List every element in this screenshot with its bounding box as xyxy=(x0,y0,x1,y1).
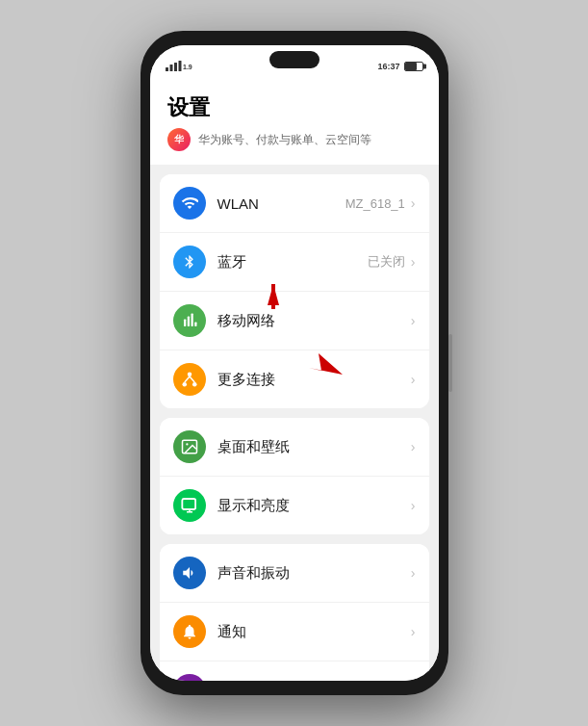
settings-title: 设置 xyxy=(167,93,422,122)
notifications-label: 通知 xyxy=(217,623,405,641)
svg-rect-3 xyxy=(178,61,181,71)
settings-group-connectivity: WLAN MZ_618_1 › 蓝牙 已关闭 › xyxy=(160,174,429,408)
wlan-chevron: › xyxy=(411,195,416,211)
display-label: 显示和亮度 xyxy=(217,497,405,515)
wallpaper-chevron: › xyxy=(411,439,416,454)
status-right-area: 16:37 xyxy=(377,62,422,71)
settings-item-sound[interactable]: 声音和振动 › xyxy=(160,544,429,603)
display-chevron: › xyxy=(411,498,416,513)
settings-group-misc: 声音和振动 › 通知 › xyxy=(160,544,429,681)
notifications-chevron: › xyxy=(411,624,416,639)
status-signal: 1.9 xyxy=(166,60,192,73)
wlan-label: WLAN xyxy=(217,195,345,212)
camera-notch xyxy=(269,51,320,68)
settings-item-mobile-network[interactable]: 移动网络 › xyxy=(160,292,429,350)
svg-line-13 xyxy=(190,376,194,382)
wlan-value: MZ_618_1 xyxy=(345,196,405,211)
phone-screen: 1.9 16:37 设置 华 华为账号、付款与账单、云空间等 xyxy=(150,45,439,681)
bluetooth-chevron: › xyxy=(411,254,416,270)
svg-point-11 xyxy=(192,382,197,387)
svg-rect-7 xyxy=(191,314,192,327)
sound-label: 声音和振动 xyxy=(217,564,405,583)
svg-rect-8 xyxy=(194,323,196,327)
settings-content: 设置 华 华为账号、付款与账单、云空间等 WLAN MZ_618_1 xyxy=(150,82,439,681)
more-connection-icon xyxy=(173,363,206,396)
bluetooth-label: 蓝牙 xyxy=(217,253,368,272)
settings-group-display: 桌面和壁纸 › 显示和亮度 › xyxy=(160,418,429,534)
sound-icon xyxy=(173,557,206,589)
status-bar: 1.9 16:37 xyxy=(150,45,439,82)
display-icon xyxy=(173,489,206,522)
more-connection-chevron: › xyxy=(411,372,416,387)
more-connection-label: 更多连接 xyxy=(217,371,405,389)
settings-item-wlan[interactable]: WLAN MZ_618_1 › xyxy=(160,174,429,233)
svg-rect-5 xyxy=(184,320,186,327)
svg-point-15 xyxy=(186,443,188,445)
svg-line-12 xyxy=(184,376,189,382)
svg-rect-1 xyxy=(169,65,172,71)
svg-rect-16 xyxy=(182,499,195,509)
svg-rect-0 xyxy=(166,67,168,71)
bluetooth-value: 已关闭 xyxy=(368,253,405,271)
svg-text:1.9: 1.9 xyxy=(183,64,192,70)
wlan-icon xyxy=(173,187,206,220)
settings-item-biometrics[interactable]: 生物识别和密码 › xyxy=(160,661,429,681)
settings-item-display[interactable]: 显示和亮度 › xyxy=(160,477,429,534)
svg-point-10 xyxy=(182,382,187,387)
status-time: 16:37 xyxy=(377,62,399,71)
phone-frame: 1.9 16:37 设置 华 华为账号、付款与账单、云空间等 xyxy=(141,31,448,695)
svg-rect-6 xyxy=(187,317,189,327)
settings-header: 设置 华 华为账号、付款与账单、云空间等 xyxy=(150,82,439,165)
wallpaper-icon xyxy=(173,430,206,463)
mobile-network-label: 移动网络 xyxy=(217,312,405,330)
biometrics-icon xyxy=(173,674,206,681)
bluetooth-icon xyxy=(173,246,206,278)
mobile-network-chevron: › xyxy=(411,313,416,328)
settings-item-more-connection[interactable]: 更多连接 › xyxy=(160,350,429,408)
huawei-logo: 华 xyxy=(167,128,191,151)
wallpaper-label: 桌面和壁纸 xyxy=(217,438,405,456)
battery-icon xyxy=(404,62,423,71)
settings-item-bluetooth[interactable]: 蓝牙 已关闭 › xyxy=(160,233,429,292)
phone-side-button xyxy=(448,334,452,392)
mobile-network-icon xyxy=(173,304,206,337)
huawei-account-row[interactable]: 华 华为账号、付款与账单、云空间等 xyxy=(167,128,422,151)
notifications-icon xyxy=(173,615,206,648)
huawei-account-text: 华为账号、付款与账单、云空间等 xyxy=(198,132,371,148)
sound-chevron: › xyxy=(411,565,416,581)
svg-rect-17 xyxy=(182,499,195,509)
svg-rect-2 xyxy=(174,63,177,71)
settings-item-wallpaper[interactable]: 桌面和壁纸 › xyxy=(160,418,429,477)
svg-point-9 xyxy=(187,373,192,377)
settings-item-notifications[interactable]: 通知 › xyxy=(160,603,429,661)
